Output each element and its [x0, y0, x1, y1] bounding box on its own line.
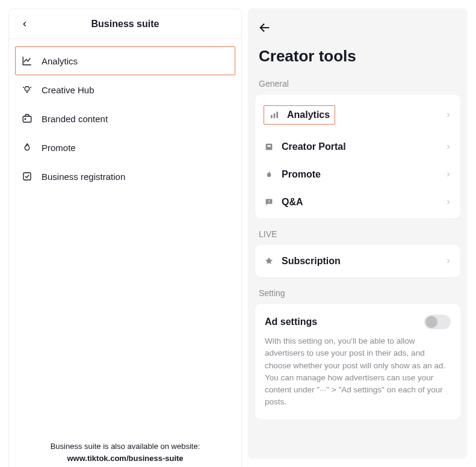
arrow-left-icon — [258, 21, 271, 34]
menu-label: Branded content — [42, 114, 108, 124]
card-item-analytics[interactable]: Analytics — [255, 97, 460, 133]
portal-icon — [264, 141, 274, 152]
creator-tools-panel: Creator tools General Analytics Creator … — [248, 8, 468, 459]
right-panel-title: Creator tools — [259, 47, 468, 66]
menu-item-promote[interactable]: Promote — [15, 133, 235, 162]
svg-text:?: ? — [268, 200, 270, 203]
card-item-subscription[interactable]: Subscription — [255, 247, 460, 275]
card-item-promote[interactable]: Promote — [255, 161, 460, 188]
card-item-qa[interactable]: ? Q&A — [255, 188, 460, 216]
menu-label: Business registration — [42, 172, 125, 182]
ad-settings-card: Ad settings With this setting on, you'll… — [255, 304, 460, 419]
analytics-icon — [21, 55, 33, 67]
chevron-left-icon — [20, 20, 29, 28]
svg-rect-9 — [274, 113, 276, 118]
ad-settings-title: Ad settings — [265, 317, 317, 327]
left-header: Business suite — [9, 9, 241, 39]
menu-item-analytics[interactable]: Analytics — [15, 46, 235, 75]
branded-content-icon — [21, 113, 33, 125]
menu-item-creative-hub[interactable]: Creative Hub — [15, 75, 235, 104]
footer-text: Business suite is also available on webs… — [51, 442, 200, 451]
svg-rect-6 — [23, 173, 31, 180]
back-button-right[interactable] — [256, 19, 273, 36]
menu-item-branded-content[interactable]: Branded content — [15, 104, 235, 133]
svg-rect-4 — [23, 116, 31, 122]
ad-settings-description: With this setting on, you'll be able to … — [265, 335, 451, 409]
left-menu: Analytics Creative Hub Branded content P… — [9, 39, 241, 198]
menu-label: Promote — [42, 143, 76, 153]
card-item-creator-portal[interactable]: Creator Portal — [255, 133, 460, 161]
svg-line-2 — [23, 87, 24, 88]
general-card: Analytics Creator Portal Promote — [255, 94, 460, 218]
card-label: Subscription — [282, 256, 341, 267]
section-label-live: LIVE — [259, 229, 468, 239]
chevron-right-icon — [445, 171, 452, 178]
menu-label: Creative Hub — [42, 85, 94, 95]
live-card: Subscription — [255, 245, 460, 277]
svg-rect-8 — [271, 115, 273, 118]
card-label: Promote — [282, 169, 321, 180]
chevron-right-icon — [445, 199, 452, 206]
card-label: Q&A — [282, 197, 303, 208]
svg-rect-10 — [276, 112, 278, 119]
flame-icon — [21, 141, 33, 153]
section-label-general: General — [259, 79, 468, 88]
flame-icon — [264, 169, 274, 180]
subscription-icon — [264, 256, 274, 267]
left-footer: Business suite is also available on webs… — [9, 441, 241, 464]
footer-link[interactable]: www.tiktok.com/business-suite — [67, 454, 183, 463]
left-panel-title: Business suite — [9, 19, 241, 29]
business-suite-panel: Business suite Analytics Creative Hub Br… — [8, 8, 242, 467]
chevron-right-icon — [445, 258, 452, 265]
svg-point-0 — [25, 87, 29, 91]
svg-rect-12 — [267, 145, 270, 147]
chart-icon — [269, 110, 280, 120]
card-label: Analytics — [287, 110, 330, 120]
chevron-right-icon — [445, 111, 452, 119]
menu-label: Analytics — [42, 56, 78, 66]
card-label: Creator Portal — [282, 141, 346, 152]
lightbulb-icon — [21, 84, 33, 96]
svg-point-5 — [25, 119, 26, 120]
ad-settings-row: Ad settings — [265, 315, 451, 329]
question-icon: ? — [264, 197, 274, 208]
toggle-knob — [425, 316, 437, 328]
chevron-right-icon — [445, 143, 452, 150]
ad-settings-toggle[interactable] — [424, 315, 451, 329]
back-button-left[interactable] — [17, 17, 32, 31]
menu-item-business-registration[interactable]: Business registration — [15, 162, 235, 191]
section-label-setting: Setting — [259, 288, 468, 298]
svg-line-3 — [30, 87, 31, 88]
registration-icon — [21, 170, 33, 182]
